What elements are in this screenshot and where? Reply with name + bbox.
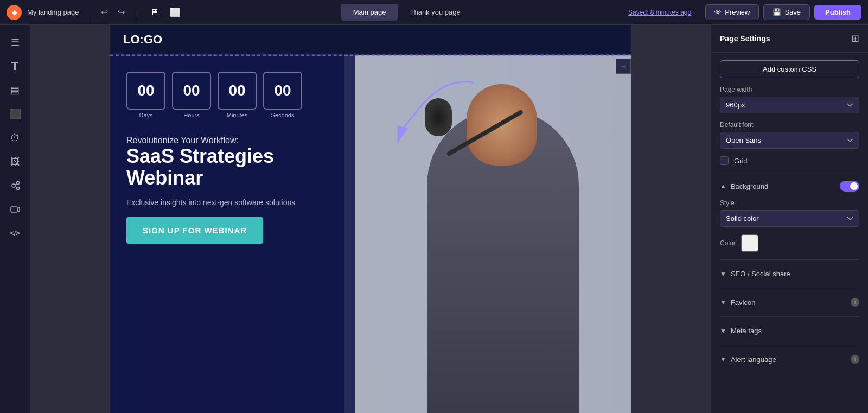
grid-toggle-row: Grid (720, 156, 859, 165)
settings-panel-content: Add custom CSS Page width 960px 1200px 1… (711, 53, 868, 373)
add-custom-css-button[interactable]: Add custom CSS (720, 60, 859, 78)
default-font-field: Default font Open Sans Roboto Lato Monts… (720, 121, 859, 149)
sidebar-icon-sections[interactable]: ▤ (4, 79, 26, 101)
divider-1 (90, 6, 90, 19)
svg-line-3 (15, 184, 17, 185)
seo-social-section[interactable]: ▼ SEO / Social share (720, 268, 859, 280)
alert-language-chevron-icon: ▼ (720, 355, 726, 363)
favicon-section[interactable]: ▼ Favicon i (720, 296, 859, 309)
countdown-seconds-label: Seconds (271, 112, 295, 118)
meta-tags-label: Meta tags (731, 327, 859, 335)
grid-view-icon[interactable]: ⊞ (851, 33, 859, 45)
background-section-row: ▲ Background (720, 181, 859, 192)
svg-line-4 (15, 187, 17, 188)
countdown-hours-value: 00 (172, 72, 211, 110)
canvas-area: − LO:GO (30, 25, 711, 413)
style-select[interactable]: Solid color Gradient Image Video (720, 210, 859, 227)
divider-alert (720, 345, 859, 345)
tablet-view-button[interactable]: ⬜ (165, 5, 185, 20)
style-label: Style (720, 199, 859, 207)
color-label: Color (720, 239, 736, 247)
countdown-days: 00 Days (126, 72, 165, 118)
divider-background (720, 173, 859, 173)
main-area: ☰ T ▤ ⬛ ⏱ 🖼 </> − LO:GO (0, 25, 868, 413)
canvas-hero: 00 Days 00 Hours 00 Minutes (110, 55, 631, 413)
countdown-minutes: 00 Minutes (218, 72, 257, 118)
meta-tags-section[interactable]: ▼ Meta tags (720, 325, 859, 337)
divider-favicon (720, 288, 859, 288)
hero-text-block: Revolutionize Your Workflow: SaaS Strate… (126, 131, 339, 188)
page-tabs: Main page Thank you page (341, 4, 473, 21)
settings-panel-title: Page Settings (720, 34, 770, 43)
selection-border (110, 55, 631, 56)
saved-status[interactable]: Saved: 8 minutes ago (628, 9, 691, 16)
hero-description: Exclusive insights into next-gen softwar… (126, 197, 339, 208)
publish-button[interactable]: Publish (814, 5, 861, 20)
app-logo: ◆ (7, 5, 22, 20)
desktop-view-button[interactable]: 🖥 (146, 5, 163, 20)
grid-label: Grid (734, 157, 748, 165)
tab-main-page[interactable]: Main page (341, 4, 398, 21)
favicon-label: Favicon (731, 298, 846, 307)
divider-meta (720, 316, 859, 317)
page-width-select[interactable]: 960px 1200px 1440px Full width (720, 97, 859, 113)
hero-subtitle: Revolutionize Your Workflow: (126, 136, 339, 145)
topbar-actions: 👁 Preview 💾 Save Publish (705, 4, 861, 20)
canvas-header: LO:GO (110, 25, 631, 55)
default-font-select[interactable]: Open Sans Roboto Lato Montserrat (720, 132, 859, 149)
sidebar-icon-video[interactable] (4, 199, 26, 220)
countdown-seconds-value: 00 (263, 72, 302, 110)
logo-icon: ◆ (12, 9, 17, 16)
countdown-hours: 00 Hours (172, 72, 211, 118)
undo-button[interactable]: ↩ (98, 5, 111, 20)
sidebar-icon-social[interactable] (4, 175, 26, 196)
countdown-seconds: 00 Seconds (263, 72, 302, 118)
svg-rect-5 (11, 207, 17, 212)
hero-cta-button[interactable]: SIGN UP FOR WEBINAR (126, 217, 263, 244)
color-swatch[interactable] (741, 234, 758, 252)
countdown-days-label: Days (139, 112, 152, 118)
meta-tags-chevron-icon: ▼ (720, 327, 726, 335)
alert-language-label: Alert language (731, 355, 846, 364)
background-chevron-icon[interactable]: ▲ (720, 182, 726, 190)
preview-button[interactable]: 👁 Preview (705, 4, 759, 20)
hero-title: SaaS Strategies Webinar (126, 145, 339, 188)
page-width-field: Page width 960px 1200px 1440px Full widt… (720, 86, 859, 113)
favicon-chevron-icon: ▼ (720, 298, 726, 306)
countdown-minutes-label: Minutes (227, 112, 248, 118)
hero-background-image (344, 55, 631, 413)
alert-language-info-icon[interactable]: i (851, 355, 859, 364)
color-field: Color (720, 234, 859, 252)
default-font-label: Default font (720, 121, 859, 129)
topbar: ◆ My landing page ↩ ↪ 🖥 ⬜ Main page Than… (0, 0, 868, 25)
sidebar-icon-text[interactable]: T (4, 55, 26, 77)
countdown-minutes-value: 00 (218, 72, 257, 110)
canvas-logo: LO:GO (123, 33, 162, 47)
alert-language-section[interactable]: ▼ Alert language i (720, 353, 859, 366)
sidebar-icon-widgets[interactable]: ⬛ (4, 103, 26, 125)
background-section-label: Background (731, 182, 835, 190)
left-sidebar: ☰ T ▤ ⬛ ⏱ 🖼 </> (0, 25, 30, 413)
page-canvas: − LO:GO (110, 25, 631, 413)
collapse-button[interactable]: − (616, 59, 631, 74)
background-toggle[interactable] (840, 181, 859, 192)
divider-seo (720, 259, 859, 260)
tab-thank-you-page[interactable]: Thank you page (398, 4, 472, 21)
sidebar-icon-code[interactable]: </> (4, 223, 26, 244)
seo-social-label: SEO / Social share (731, 270, 859, 278)
save-icon: 💾 (773, 8, 781, 16)
style-field: Style Solid color Gradient Image Video (720, 199, 859, 227)
svg-point-0 (12, 184, 15, 187)
sidebar-icon-menu[interactable]: ☰ (4, 31, 26, 53)
svg-point-2 (16, 187, 19, 190)
save-button[interactable]: 💾 Save (763, 4, 810, 20)
page-width-label: Page width (720, 86, 859, 93)
divider-2 (136, 6, 136, 19)
hero-content-overlay: 00 Days 00 Hours 00 Minutes (110, 55, 355, 413)
grid-checkbox[interactable] (720, 156, 729, 165)
redo-button[interactable]: ↪ (114, 5, 128, 20)
device-switcher: 🖥 ⬜ (146, 5, 185, 20)
sidebar-icon-timer[interactable]: ⏱ (4, 127, 26, 149)
favicon-info-icon[interactable]: i (851, 298, 859, 307)
sidebar-icon-image[interactable]: 🖼 (4, 151, 26, 173)
